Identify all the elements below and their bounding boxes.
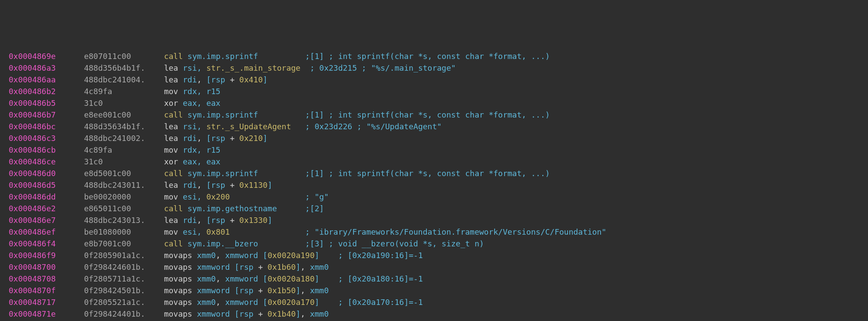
- operands: rdx, r15: [183, 87, 221, 96]
- operands: rdi, [rsp + 0x410]: [183, 75, 267, 84]
- hex-bytes: 4c89fa: [84, 145, 155, 154]
- address: 0x000486f9: [9, 251, 56, 260]
- hex-bytes: 488d35634b1f.: [84, 122, 155, 131]
- mnemonic: call: [164, 239, 183, 248]
- disasm-line: 0x00048717 0f2805521a1c. movaps xmm0, xm…: [9, 296, 859, 308]
- mnemonic: call: [164, 110, 183, 119]
- mnemonic: lea: [164, 216, 178, 225]
- hex-bytes: e807011c00: [84, 52, 155, 61]
- hex-bytes: 31c0: [84, 157, 155, 166]
- disasm-line: 0x0004871e 0f298424401b. movaps xmmword …: [9, 308, 859, 320]
- mnemonic: mov: [164, 227, 178, 236]
- comment: ;[1] ; int sprintf(char *s, const char *…: [305, 52, 550, 61]
- disassembly-listing: 0x0004869e e807011c00 call sym.imp.sprin…: [9, 50, 859, 321]
- disasm-line: 0x000486b2 4c89fa mov rdx, r15: [9, 85, 859, 97]
- disasm-line: 0x000486d0 e8d5001c00 call sym.imp.sprin…: [9, 167, 859, 179]
- disasm-line: 0x000486b5 31c0 xor eax, eax: [9, 97, 859, 109]
- mnemonic: lea: [164, 122, 178, 131]
- disasm-line: 0x000486c3 488dbc241002. lea rdi, [rsp +…: [9, 132, 859, 144]
- mnemonic: call: [164, 169, 183, 178]
- hex-bytes: 488dbc241004.: [84, 75, 155, 84]
- address: 0x00048717: [9, 298, 56, 307]
- disasm-line: 0x000486f9 0f2805901a1c. movaps xmm0, xm…: [9, 249, 859, 261]
- address: 0x000486a3: [9, 63, 56, 72]
- disasm-line: 0x000486f4 e8b7001c00 call sym.imp.__bze…: [9, 238, 859, 249]
- operands: xmmword [rsp + 0x1b60], xmm0: [197, 262, 329, 272]
- mnemonic: mov: [164, 192, 178, 201]
- hex-bytes: 4c89fa: [84, 87, 155, 96]
- comment: ;[3] ; void __bzero(void *s, size_t n): [305, 239, 484, 248]
- disasm-line: 0x000486d5 488dbc243011. lea rdi, [rsp +…: [9, 179, 859, 191]
- mnemonic: call: [164, 204, 183, 213]
- operands: sym.imp.sprintf: [188, 110, 258, 119]
- operands: xmmword [rsp + 0x1b50], xmm0: [197, 286, 329, 295]
- mnemonic: lea: [164, 180, 178, 190]
- disasm-line: 0x000486ce 31c0 xor eax, eax: [9, 156, 859, 167]
- hex-bytes: 31c0: [84, 98, 155, 108]
- address: 0x000486d0: [9, 169, 56, 178]
- mnemonic: movaps: [164, 251, 192, 260]
- hex-bytes: e8ee001c00: [84, 110, 155, 119]
- mnemonic: movaps: [164, 262, 192, 272]
- hex-bytes: 488dbc243011.: [84, 180, 155, 190]
- operands: eax, eax: [183, 157, 221, 166]
- disasm-line: 0x00048700 0f298424601b. movaps xmmword …: [9, 261, 859, 273]
- disasm-line: 0x00048708 0f2805711a1c. movaps xmm0, xm…: [9, 273, 859, 285]
- address: 0x000486bc: [9, 122, 56, 131]
- address: 0x000486c3: [9, 134, 56, 143]
- hex-bytes: 0f2805711a1c.: [84, 274, 155, 283]
- hex-bytes: 0f298424401b.: [84, 309, 155, 318]
- hex-bytes: be00020000: [84, 192, 155, 201]
- operands: xmm0, xmmword [0x0020a180]: [197, 274, 320, 283]
- address: 0x000486cb: [9, 145, 56, 154]
- comment: ; [0x20a170:16]=-1: [338, 298, 423, 307]
- operands: xmm0, xmmword [0x0020a190]: [197, 251, 320, 260]
- address: 0x000486b5: [9, 98, 56, 108]
- operands: eax, eax: [183, 98, 221, 108]
- comment: ; 0x23d226 ; "%s/UpdateAgent": [305, 122, 442, 131]
- mnemonic: lea: [164, 75, 178, 84]
- operands: esi, 0x200: [183, 192, 230, 201]
- mnemonic: call: [164, 52, 183, 61]
- mnemonic: lea: [164, 134, 178, 143]
- comment: ; "g": [305, 192, 329, 201]
- address: 0x00048708: [9, 274, 56, 283]
- disasm-line: 0x0004870f 0f298424501b. movaps xmmword …: [9, 285, 859, 296]
- operands: rdi, [rsp + 0x1130]: [183, 180, 272, 190]
- address: 0x000486ef: [9, 227, 56, 236]
- mnemonic: lea: [164, 63, 178, 72]
- mnemonic: movaps: [164, 286, 192, 295]
- disasm-line: 0x000486ef be01080000 mov esi, 0x801 ; "…: [9, 226, 859, 238]
- address: 0x000486e2: [9, 204, 56, 213]
- address: 0x0004870f: [9, 286, 56, 295]
- hex-bytes: 488dbc243013.: [84, 216, 155, 225]
- disasm-line: 0x000486b7 e8ee001c00 call sym.imp.sprin…: [9, 109, 859, 121]
- address: 0x000486ce: [9, 157, 56, 166]
- address: 0x000486e7: [9, 216, 56, 225]
- operands: sym.imp.gethostname: [188, 204, 277, 213]
- disasm-line: 0x000486aa 488dbc241004. lea rdi, [rsp +…: [9, 74, 859, 85]
- operands: esi, 0x801: [183, 227, 230, 236]
- address: 0x000486b2: [9, 87, 56, 96]
- hex-bytes: 488d356b4b1f.: [84, 63, 155, 72]
- mnemonic: xor: [164, 157, 178, 166]
- disasm-line: 0x000486dd be00020000 mov esi, 0x200 ; "…: [9, 191, 859, 203]
- hex-bytes: 0f298424601b.: [84, 262, 155, 272]
- operands: sym.imp.sprintf: [188, 52, 258, 61]
- disasm-line: 0x000486e7 488dbc243013. lea rdi, [rsp +…: [9, 214, 859, 226]
- address: 0x00048700: [9, 262, 56, 272]
- hex-bytes: e8b7001c00: [84, 239, 155, 248]
- operands: xmm0, xmmword [0x0020a170]: [197, 298, 320, 307]
- disasm-line: 0x000486bc 488d35634b1f. lea rsi, str._s…: [9, 121, 859, 132]
- comment: ; 0x23d215 ; "%s/.main_storage": [310, 63, 456, 72]
- mnemonic: xor: [164, 98, 178, 108]
- operands: rsi, str._s_.main_storage: [183, 63, 300, 72]
- hex-bytes: 488dbc241002.: [84, 134, 155, 143]
- address: 0x000486f4: [9, 239, 56, 248]
- disasm-line: 0x000486e2 e865011c00 call sym.imp.getho…: [9, 203, 859, 214]
- address: 0x0004871e: [9, 309, 56, 318]
- address: 0x0004869e: [9, 52, 56, 61]
- address: 0x000486aa: [9, 75, 56, 84]
- hex-bytes: 0f298424501b.: [84, 286, 155, 295]
- hex-bytes: e8d5001c00: [84, 169, 155, 178]
